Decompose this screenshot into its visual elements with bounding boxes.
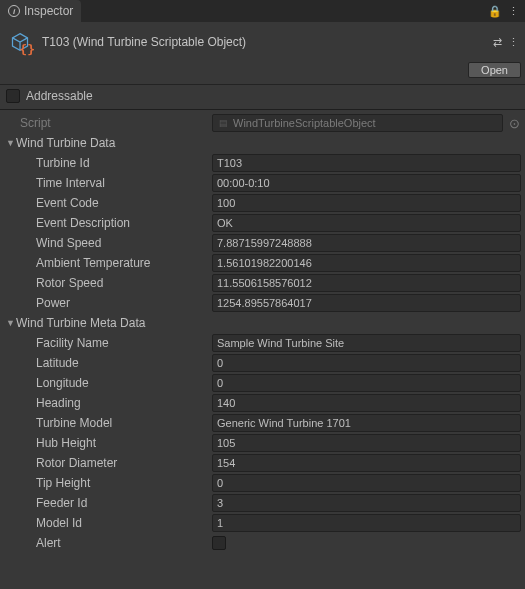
field-feeder-id: Feeder Id 3 [4,494,521,512]
field-wind-speed: Wind Speed 7.88715997248888 [4,234,521,252]
foldout-icon: ▼ [6,138,16,148]
field-event-description: Event Description OK [4,214,521,232]
section-wind-turbine-data[interactable]: ▼ Wind Turbine Data [4,134,521,152]
script-field: ▤ WindTurbineScriptableObject [212,114,503,132]
ambient-temperature-input[interactable]: 1.56101982200146 [212,254,521,272]
feeder-id-input[interactable]: 3 [212,494,521,512]
rotor-diameter-input[interactable]: 154 [212,454,521,472]
kebab-menu-icon[interactable]: ⋮ [508,5,519,18]
object-picker-icon[interactable]: ⊙ [507,116,521,131]
field-rotor-diameter: Rotor Diameter 154 [4,454,521,472]
turbine-id-input[interactable]: T103 [212,154,521,172]
field-model-id: Model Id 1 [4,514,521,532]
addressable-label: Addressable [26,89,93,103]
field-rotor-speed: Rotor Speed 11.5506158576012 [4,274,521,292]
field-facility-name: Facility Name Sample Wind Turbine Site [4,334,521,352]
field-event-code: Event Code 100 [4,194,521,212]
section-wind-turbine-meta-data[interactable]: ▼ Wind Turbine Meta Data [4,314,521,332]
event-description-input[interactable]: OK [212,214,521,232]
field-time-interval: Time Interval 00:00-0:10 [4,174,521,192]
event-code-input[interactable]: 100 [212,194,521,212]
hub-height-input[interactable]: 105 [212,434,521,452]
asset-title: T103 (Wind Turbine Scriptable Object) [42,35,485,49]
scriptable-object-icon: {} [6,28,34,56]
wind-speed-input[interactable]: 7.88715997248888 [212,234,521,252]
addressable-checkbox[interactable] [6,89,20,103]
script-row: Script ▤ WindTurbineScriptableObject ⊙ [4,114,521,132]
power-input[interactable]: 1254.89557864017 [212,294,521,312]
script-icon: ▤ [217,117,229,129]
field-power: Power 1254.89557864017 [4,294,521,312]
tab-bar: i Inspector 🔒 ⋮ [0,0,525,22]
asset-header: {} T103 (Wind Turbine Scriptable Object)… [0,22,525,62]
field-longitude: Longitude 0 [4,374,521,392]
header-kebab-icon[interactable]: ⋮ [508,36,519,49]
field-hub-height: Hub Height 105 [4,434,521,452]
braces-icon: {} [19,42,35,57]
time-interval-input[interactable]: 00:00-0:10 [212,174,521,192]
tab-label: Inspector [24,4,73,18]
model-id-input[interactable]: 1 [212,514,521,532]
longitude-input[interactable]: 0 [212,374,521,392]
field-ambient-temperature: Ambient Temperature 1.56101982200146 [4,254,521,272]
script-value: WindTurbineScriptableObject [233,117,376,129]
field-heading: Heading 140 [4,394,521,412]
presets-icon[interactable]: ⇄ [493,36,502,49]
field-tip-height: Tip Height 0 [4,474,521,492]
alert-checkbox[interactable] [212,536,226,550]
lock-icon[interactable]: 🔒 [488,5,502,18]
info-icon: i [8,5,20,17]
open-button[interactable]: Open [468,62,521,78]
script-label: Script [4,116,212,130]
section-title: Wind Turbine Data [16,136,115,150]
foldout-icon: ▼ [6,318,16,328]
inspector-tab[interactable]: i Inspector [0,0,81,22]
field-alert: Alert [4,534,521,552]
section-title: Wind Turbine Meta Data [16,316,145,330]
turbine-model-input[interactable]: Generic Wind Turbine 1701 [212,414,521,432]
field-turbine-id: Turbine Id T103 [4,154,521,172]
inspector-body: Script ▤ WindTurbineScriptableObject ⊙ ▼… [0,110,525,558]
tip-height-input[interactable]: 0 [212,474,521,492]
rotor-speed-input[interactable]: 11.5506158576012 [212,274,521,292]
field-turbine-model: Turbine Model Generic Wind Turbine 1701 [4,414,521,432]
addressable-row: Addressable [0,85,525,110]
field-latitude: Latitude 0 [4,354,521,372]
facility-name-input[interactable]: Sample Wind Turbine Site [212,334,521,352]
heading-input[interactable]: 140 [212,394,521,412]
latitude-input[interactable]: 0 [212,354,521,372]
